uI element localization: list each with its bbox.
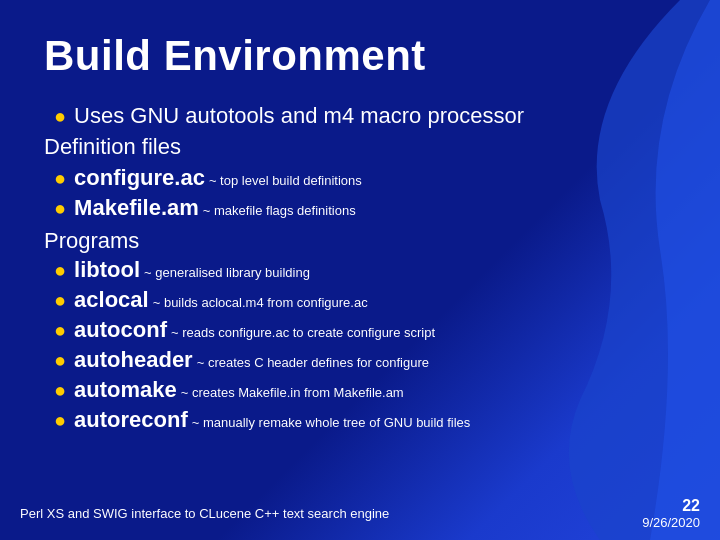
slide-content: Build Environment ● Uses GNU autotools a… xyxy=(0,0,720,456)
definition-main-2: Makefile.am xyxy=(74,195,199,221)
page-date: 9/26/2020 xyxy=(642,515,700,530)
program-main-2: aclocal xyxy=(74,287,149,313)
footer-left-text: Perl XS and SWIG interface to CLucene C+… xyxy=(20,506,389,521)
footer-right: 22 9/26/2020 xyxy=(642,497,700,530)
slide-footer: Perl XS and SWIG interface to CLucene C+… xyxy=(0,497,720,530)
programs-label: Programs xyxy=(44,228,676,254)
program-main-3: autoconf xyxy=(74,317,167,343)
definition-item-2: ● Makefile.am ~ makefile flags definitio… xyxy=(44,194,676,222)
bullet-icon-prog4: ● xyxy=(54,346,66,374)
bullet-icon-top: ● xyxy=(54,102,66,130)
bullet-icon-def2: ● xyxy=(54,194,66,222)
bullet-icon-prog6: ● xyxy=(54,406,66,434)
bullet-icon-def1: ● xyxy=(54,164,66,192)
program-sub-4: ~ creates C header defines for configure xyxy=(197,355,429,370)
program-item-3: ● autoconf ~ reads configure.ac to creat… xyxy=(44,316,676,344)
program-sub-5: ~ creates Makefile.in from Makefile.am xyxy=(181,385,404,400)
page-number: 22 xyxy=(682,497,700,515)
program-main-4: autoheader xyxy=(74,347,193,373)
slide-title: Build Environment xyxy=(44,32,676,80)
definition-files-label: Definition files xyxy=(44,134,676,160)
bullet-icon-prog5: ● xyxy=(54,376,66,404)
program-sub-2: ~ builds aclocal.m4 from configure.ac xyxy=(153,295,368,310)
program-main-6: autoreconf xyxy=(74,407,188,433)
program-item-4: ● autoheader ~ creates C header defines … xyxy=(44,346,676,374)
program-sub-3: ~ reads configure.ac to create configure… xyxy=(171,325,435,340)
program-sub-1: ~ generalised library building xyxy=(144,265,310,280)
program-item-1: ● libtool ~ generalised library building xyxy=(44,256,676,284)
program-main-1: libtool xyxy=(74,257,140,283)
program-main-5: automake xyxy=(74,377,177,403)
definition-sub-1: ~ top level build definitions xyxy=(209,173,362,188)
top-bullet-item: ● Uses GNU autotools and m4 macro proces… xyxy=(44,102,676,130)
definition-item-1: ● configure.ac ~ top level build definit… xyxy=(44,164,676,192)
top-bullet-text: Uses GNU autotools and m4 macro processo… xyxy=(74,103,524,129)
program-item-2: ● aclocal ~ builds aclocal.m4 from confi… xyxy=(44,286,676,314)
bullet-icon-prog3: ● xyxy=(54,316,66,344)
definition-main-1: configure.ac xyxy=(74,165,205,191)
bullet-icon-prog2: ● xyxy=(54,286,66,314)
bullet-icon-prog1: ● xyxy=(54,256,66,284)
definition-sub-2: ~ makefile flags definitions xyxy=(203,203,356,218)
program-item-5: ● automake ~ creates Makefile.in from Ma… xyxy=(44,376,676,404)
program-item-6: ● autoreconf ~ manually remake whole tre… xyxy=(44,406,676,434)
program-sub-6: ~ manually remake whole tree of GNU buil… xyxy=(192,415,471,430)
